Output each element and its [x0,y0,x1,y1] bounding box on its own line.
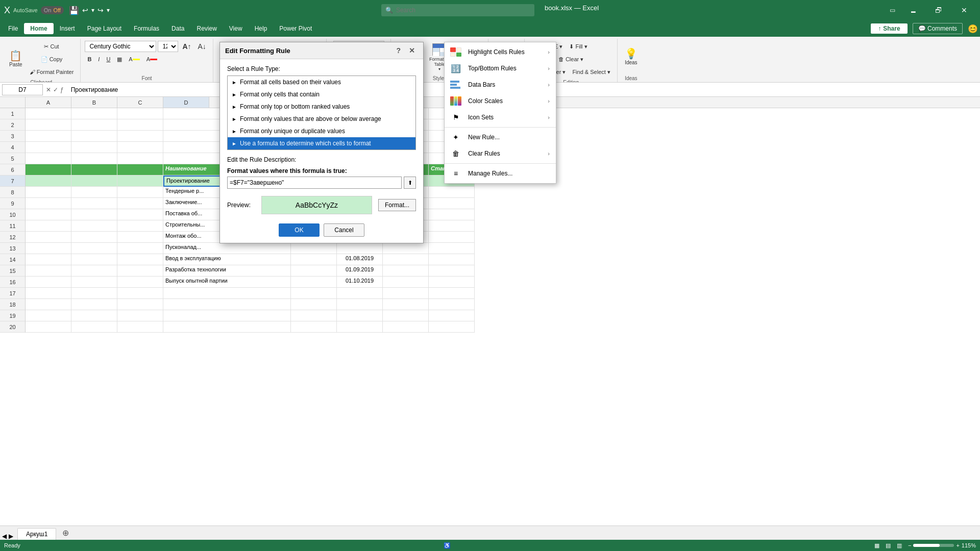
fill-button[interactable]: ⬇ Fill ▾ [567,41,590,52]
cut-button[interactable]: ✂ Cut [27,41,77,52]
cell-h14[interactable] [429,254,475,265]
cell-h19[interactable] [429,310,475,321]
search-input[interactable] [396,7,524,14]
cell-a1[interactable] [26,108,71,119]
font-color-button[interactable]: A [144,54,160,65]
cell-a17[interactable] [26,288,71,299]
cell-c7[interactable] [117,176,163,187]
cell-h9[interactable] [429,198,475,209]
cell-g18[interactable] [383,299,429,310]
insert-function-icon[interactable]: ƒ [60,86,64,93]
border-button[interactable]: ▦ [114,54,125,65]
cell-a4[interactable] [26,142,71,153]
italic-button[interactable]: I [95,54,102,65]
cell-f19[interactable] [337,310,383,321]
ok-button[interactable]: OK [279,223,320,237]
cell-b1[interactable] [71,108,117,119]
cell-g19[interactable] [383,310,429,321]
confirm-formula-icon[interactable]: ✓ [53,86,58,93]
menu-insert[interactable]: Insert [54,23,81,34]
cell-b7[interactable] [71,176,117,187]
cell-b6[interactable] [71,164,117,176]
redo-icon[interactable]: ↪ [97,6,104,14]
cell-g13[interactable] [383,243,429,254]
cell-d15[interactable]: Разработка технологии [163,265,291,277]
cell-c18[interactable] [117,299,163,310]
cell-d16[interactable]: Выпуск опытной партии [163,277,291,288]
save-icon[interactable]: 💾 [69,6,79,15]
scroll-sheets-left[interactable]: ◀ [2,533,7,540]
cell-f15[interactable]: 01.09.2019 [337,265,383,277]
cell-b14[interactable] [71,254,117,265]
cell-c14[interactable] [117,254,163,265]
cell-a15[interactable] [26,265,71,277]
zoom-out-icon[interactable]: − [908,542,911,548]
cell-c17[interactable] [117,288,163,299]
cell-e13[interactable] [291,243,337,254]
cell-b12[interactable] [71,232,117,243]
cell-a16[interactable] [26,277,71,288]
cell-b19[interactable] [71,310,117,321]
cell-a8[interactable] [26,187,71,198]
cell-h15[interactable] [429,265,475,277]
minimize-button[interactable]: 🗕 [901,0,925,20]
cell-b9[interactable] [71,198,117,209]
cell-a9[interactable] [26,198,71,209]
cell-c4[interactable] [117,142,163,153]
font-size-selector[interactable]: 12 [158,41,178,52]
cf-manage-rules[interactable]: ≡ Manage Rules... [445,165,556,182]
cell-h11[interactable] [429,220,475,232]
rule-item-0[interactable]: ► Format all cells based on their values [228,76,415,88]
cell-a19[interactable] [26,310,71,321]
dialog-help-button[interactable]: ? [393,45,404,56]
rule-item-5[interactable]: ► Use a formula to determine which cells… [228,137,415,149]
cell-b11[interactable] [71,220,117,232]
customize-icon[interactable]: ▾ [107,7,110,14]
cell-h12[interactable] [429,232,475,243]
cell-b15[interactable] [71,265,117,277]
cell-g15[interactable] [383,265,429,277]
cell-f14[interactable]: 01.08.2019 [337,254,383,265]
paste-button[interactable]: 📋 Paste [6,45,26,73]
menu-help[interactable]: Help [249,23,274,34]
cell-b13[interactable] [71,243,117,254]
cell-h10[interactable] [429,209,475,220]
dialog-close-button[interactable]: ✕ [406,45,418,56]
cell-f20[interactable] [337,321,383,333]
menu-review[interactable]: Review [190,23,223,34]
cell-c3[interactable] [117,131,163,142]
cell-e14[interactable] [291,254,337,265]
rule-item-4[interactable]: ► Format only unique or duplicate values [228,125,415,137]
format-button[interactable]: Format... [378,199,416,211]
copy-button[interactable]: 📄 Copy [27,54,77,65]
cell-b8[interactable] [71,187,117,198]
comments-button[interactable]: 💬 Comments [913,23,963,34]
cf-highlight-cells-rules[interactable]: Highlight Cells Rules › [445,44,556,60]
menu-page-layout[interactable]: Page Layout [81,23,128,34]
cell-g17[interactable] [383,288,429,299]
menu-formulas[interactable]: Formulas [128,23,165,34]
cell-c20[interactable] [117,321,163,333]
cell-h20[interactable] [429,321,475,333]
cell-f13[interactable] [337,243,383,254]
cell-a2[interactable] [26,119,71,131]
cf-data-bars[interactable]: Data Bars › [445,77,556,93]
menu-home[interactable]: Home [24,23,53,34]
cell-f16[interactable]: 01.10.2019 [337,277,383,288]
cell-e18[interactable] [291,299,337,310]
formula-value-input[interactable] [227,177,402,189]
cell-c19[interactable] [117,310,163,321]
cell-a6[interactable] [26,164,71,176]
share-button[interactable]: ↑ Share [871,23,907,34]
cell-a13[interactable] [26,243,71,254]
cell-e15[interactable] [291,265,337,277]
ribbon-display-icon[interactable]: ▭ [890,7,895,14]
user-avatar[interactable]: 😊 [968,24,978,34]
page-layout-view-icon[interactable]: ▤ [886,542,891,549]
restore-button[interactable]: 🗗 [927,0,950,20]
cell-c8[interactable] [117,187,163,198]
cell-a3[interactable] [26,131,71,142]
cell-a14[interactable] [26,254,71,265]
scroll-sheets-right[interactable]: ▶ [9,533,13,540]
sheet-tab-1[interactable]: Аркуш1 [17,528,56,540]
